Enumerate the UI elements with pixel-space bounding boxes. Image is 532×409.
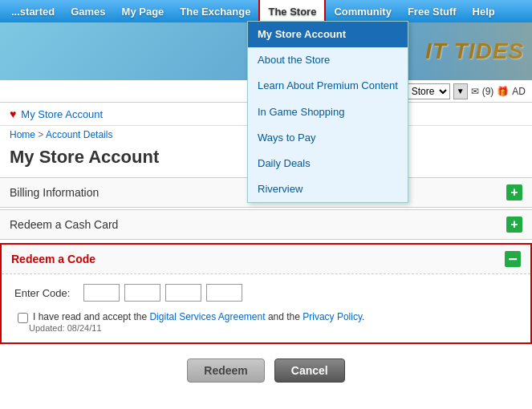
nav-my-page[interactable]: My Page — [114, 0, 173, 22]
message-count: (9) — [482, 86, 494, 97]
breadcrumb-separator: > — [38, 129, 46, 140]
dropdown-item-daily-deals[interactable]: Daily Deals — [248, 151, 408, 176]
privacy-link[interactable]: Privacy Policy — [303, 311, 362, 322]
terms-checkbox[interactable] — [18, 313, 28, 323]
redeem-code-body: Enter Code: I have read and accept the D… — [2, 273, 530, 342]
terms-text: I have read and accept the Digital Servi… — [33, 311, 364, 322]
envelope-icon: ✉ — [471, 86, 479, 97]
dropdown-item-about-store[interactable]: About the Store — [248, 47, 408, 73]
dropdown-item-my-store-account[interactable]: My Store Account — [248, 22, 408, 47]
redeem-cash-card-expand-btn[interactable]: + — [506, 217, 522, 233]
code-input-1[interactable] — [83, 284, 120, 302]
code-input-4[interactable] — [206, 284, 242, 302]
code-input-3[interactable] — [165, 284, 201, 302]
ad-label: AD — [512, 86, 526, 97]
search-dropdown-arrow[interactable]: ▼ — [453, 83, 468, 99]
heart-icon: ♥ — [10, 107, 16, 120]
enter-code-label: Enter Code: — [14, 287, 79, 299]
nav-community[interactable]: Community — [326, 0, 400, 22]
dropdown-item-in-game-shopping[interactable]: In Game Shopping — [248, 99, 408, 125]
dropdown-item-ways-to-pay[interactable]: Ways to Pay — [248, 125, 408, 151]
store-dropdown-menu: My Store Account About the Store Learn A… — [247, 21, 408, 203]
redeem-code-collapse-btn[interactable]: − — [505, 251, 521, 267]
billing-info-expand-btn[interactable]: + — [506, 184, 522, 200]
billing-info-label: Billing Information — [10, 186, 99, 199]
nav-exchange[interactable]: The Exchange — [172, 0, 258, 22]
bottom-buttons-area: Redeem Cancel — [0, 347, 532, 394]
search-category-select[interactable]: Store — [406, 83, 450, 99]
redeem-code-title: Redeem a Code — [11, 253, 95, 265]
nav-started[interactable]: ...started — [3, 0, 63, 22]
my-store-account-link[interactable]: My Store Account — [21, 108, 103, 120]
redeem-button[interactable]: Redeem — [187, 358, 264, 383]
nav-help[interactable]: Help — [465, 0, 503, 22]
enter-code-row: Enter Code: — [14, 284, 518, 302]
cancel-button[interactable]: Cancel — [274, 358, 345, 383]
terms-checkbox-row: I have read and accept the Digital Servi… — [14, 311, 518, 323]
dropdown-item-learn-premium[interactable]: Learn About Premium Content — [248, 73, 408, 99]
redeem-code-section: Redeem a Code − Enter Code: I have read … — [0, 243, 532, 344]
updated-text: Updated: 08/24/11 — [14, 323, 518, 333]
top-navigation: ...started Games My Page The Exchange Th… — [0, 0, 532, 22]
nav-games[interactable]: Games — [63, 0, 113, 22]
redeem-code-header: Redeem a Code − — [2, 245, 530, 273]
redeem-cash-card-section[interactable]: Redeem a Cash Card + — [0, 209, 532, 240]
breadcrumb-current[interactable]: Account Details — [46, 129, 112, 140]
nav-the-store[interactable]: The Store — [258, 0, 326, 22]
redeem-cash-card-label: Redeem a Cash Card — [10, 218, 118, 231]
breadcrumb-home[interactable]: Home — [10, 129, 35, 140]
code-input-2[interactable] — [124, 284, 160, 302]
nav-free-stuff[interactable]: Free Stuff — [400, 0, 465, 22]
dsa-link[interactable]: Digital Services Agreement — [149, 311, 265, 322]
dropdown-item-riverview[interactable]: Riverview — [248, 176, 408, 202]
gift-icon: 🎁 — [497, 86, 509, 97]
message-icon-area: ✉ (9) 🎁 AD — [471, 86, 526, 97]
